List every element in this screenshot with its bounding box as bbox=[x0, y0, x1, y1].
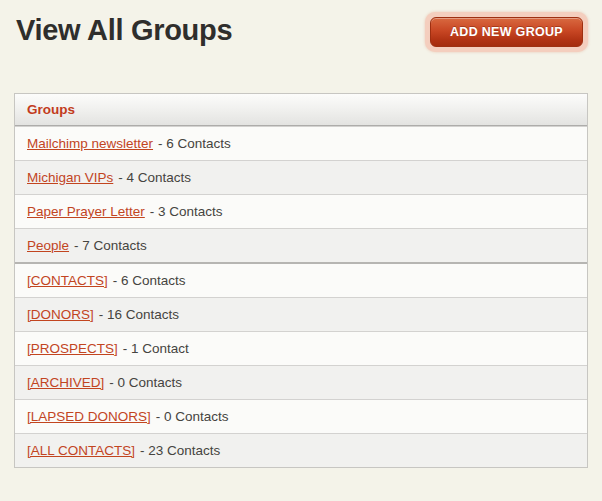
group-count: - 6 Contacts bbox=[113, 273, 186, 288]
group-row: Michigan VIPs - 4 Contacts bbox=[15, 160, 587, 194]
groups-column-header: Groups bbox=[15, 94, 587, 126]
group-row: People - 7 Contacts bbox=[15, 228, 587, 262]
group-count: - 6 Contacts bbox=[158, 136, 231, 151]
group-link[interactable]: Mailchimp newsletter bbox=[27, 136, 153, 151]
group-link[interactable]: [PROSPECTS] bbox=[27, 341, 118, 356]
group-link[interactable]: [LAPSED DONORS] bbox=[27, 409, 151, 424]
group-count: - 1 Contact bbox=[123, 341, 189, 356]
groups-table: Groups Mailchimp newsletter - 6 Contacts… bbox=[14, 93, 588, 468]
group-count: - 0 Contacts bbox=[109, 375, 182, 390]
group-row: [LAPSED DONORS] - 0 Contacts bbox=[15, 399, 587, 433]
group-row: Paper Prayer Letter - 3 Contacts bbox=[15, 194, 587, 228]
group-link[interactable]: Michigan VIPs bbox=[27, 170, 113, 185]
group-link[interactable]: People bbox=[27, 238, 69, 253]
group-row: [ALL CONTACTS] - 23 Contacts bbox=[15, 433, 587, 467]
group-link[interactable]: Paper Prayer Letter bbox=[27, 204, 145, 219]
add-new-group-button-halo: ADD NEW GROUP bbox=[425, 12, 588, 52]
page-title: View All Groups bbox=[16, 10, 232, 50]
group-link[interactable]: [DONORS] bbox=[27, 307, 94, 322]
group-link[interactable]: [ALL CONTACTS] bbox=[27, 443, 135, 458]
group-row: [DONORS] - 16 Contacts bbox=[15, 297, 587, 331]
group-row: Mailchimp newsletter - 6 Contacts bbox=[15, 126, 587, 160]
group-row: [ARCHIVED] - 0 Contacts bbox=[15, 365, 587, 399]
group-count: - 23 Contacts bbox=[140, 443, 220, 458]
page-header: View All Groups ADD NEW GROUP bbox=[0, 0, 602, 52]
group-count: - 16 Contacts bbox=[99, 307, 179, 322]
group-row: [PROSPECTS] - 1 Contact bbox=[15, 331, 587, 365]
group-count: - 0 Contacts bbox=[156, 409, 229, 424]
group-count: - 4 Contacts bbox=[118, 170, 191, 185]
group-count: - 3 Contacts bbox=[150, 204, 223, 219]
group-count: - 7 Contacts bbox=[74, 238, 147, 253]
add-new-group-button[interactable]: ADD NEW GROUP bbox=[430, 17, 583, 47]
group-link[interactable]: [CONTACTS] bbox=[27, 273, 108, 288]
group-link[interactable]: [ARCHIVED] bbox=[27, 375, 104, 390]
group-row: [CONTACTS] - 6 Contacts bbox=[15, 262, 587, 297]
